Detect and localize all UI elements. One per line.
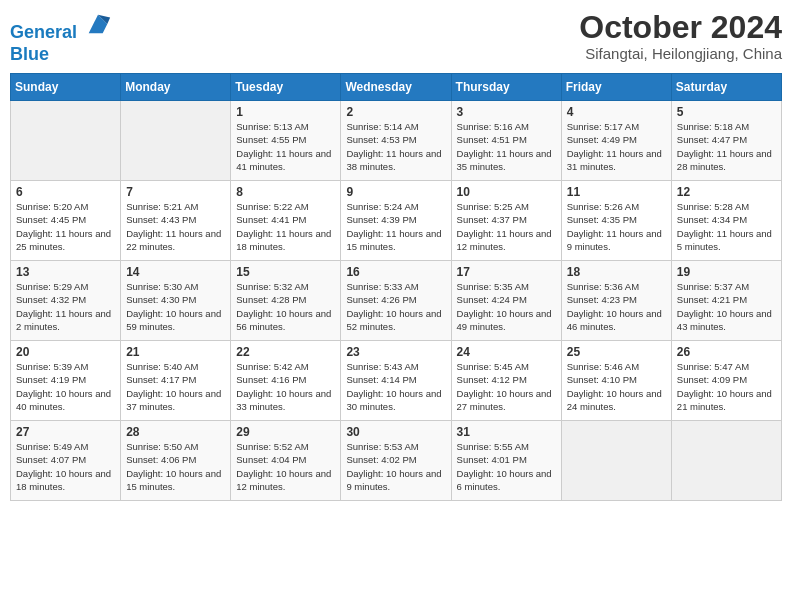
day-info: Sunrise: 5:35 AMSunset: 4:24 PMDaylight:… (457, 280, 556, 333)
day-number: 9 (346, 185, 445, 199)
title-area: October 2024 Sifangtai, Heilongjiang, Ch… (579, 10, 782, 62)
day-number: 27 (16, 425, 115, 439)
day-number: 2 (346, 105, 445, 119)
day-number: 6 (16, 185, 115, 199)
day-info: Sunrise: 5:36 AMSunset: 4:23 PMDaylight:… (567, 280, 666, 333)
table-row (11, 101, 121, 181)
day-number: 13 (16, 265, 115, 279)
table-row: 4Sunrise: 5:17 AMSunset: 4:49 PMDaylight… (561, 101, 671, 181)
table-row: 15Sunrise: 5:32 AMSunset: 4:28 PMDayligh… (231, 261, 341, 341)
table-row: 5Sunrise: 5:18 AMSunset: 4:47 PMDaylight… (671, 101, 781, 181)
table-row: 27Sunrise: 5:49 AMSunset: 4:07 PMDayligh… (11, 421, 121, 501)
table-row: 28Sunrise: 5:50 AMSunset: 4:06 PMDayligh… (121, 421, 231, 501)
day-number: 10 (457, 185, 556, 199)
day-info: Sunrise: 5:43 AMSunset: 4:14 PMDaylight:… (346, 360, 445, 413)
day-info: Sunrise: 5:14 AMSunset: 4:53 PMDaylight:… (346, 120, 445, 173)
table-row: 2Sunrise: 5:14 AMSunset: 4:53 PMDaylight… (341, 101, 451, 181)
day-info: Sunrise: 5:40 AMSunset: 4:17 PMDaylight:… (126, 360, 225, 413)
day-info: Sunrise: 5:49 AMSunset: 4:07 PMDaylight:… (16, 440, 115, 493)
table-row: 7Sunrise: 5:21 AMSunset: 4:43 PMDaylight… (121, 181, 231, 261)
day-info: Sunrise: 5:25 AMSunset: 4:37 PMDaylight:… (457, 200, 556, 253)
table-row: 13Sunrise: 5:29 AMSunset: 4:32 PMDayligh… (11, 261, 121, 341)
table-row: 10Sunrise: 5:25 AMSunset: 4:37 PMDayligh… (451, 181, 561, 261)
table-row: 23Sunrise: 5:43 AMSunset: 4:14 PMDayligh… (341, 341, 451, 421)
day-info: Sunrise: 5:18 AMSunset: 4:47 PMDaylight:… (677, 120, 776, 173)
day-info: Sunrise: 5:28 AMSunset: 4:34 PMDaylight:… (677, 200, 776, 253)
day-number: 23 (346, 345, 445, 359)
day-number: 3 (457, 105, 556, 119)
header-sunday: Sunday (11, 74, 121, 101)
logo-icon (84, 10, 112, 38)
table-row: 1Sunrise: 5:13 AMSunset: 4:55 PMDaylight… (231, 101, 341, 181)
day-number: 22 (236, 345, 335, 359)
day-info: Sunrise: 5:32 AMSunset: 4:28 PMDaylight:… (236, 280, 335, 333)
day-number: 11 (567, 185, 666, 199)
day-number: 5 (677, 105, 776, 119)
table-row: 19Sunrise: 5:37 AMSunset: 4:21 PMDayligh… (671, 261, 781, 341)
day-info: Sunrise: 5:20 AMSunset: 4:45 PMDaylight:… (16, 200, 115, 253)
day-number: 7 (126, 185, 225, 199)
day-info: Sunrise: 5:30 AMSunset: 4:30 PMDaylight:… (126, 280, 225, 333)
table-row: 26Sunrise: 5:47 AMSunset: 4:09 PMDayligh… (671, 341, 781, 421)
calendar-week-row: 1Sunrise: 5:13 AMSunset: 4:55 PMDaylight… (11, 101, 782, 181)
table-row: 18Sunrise: 5:36 AMSunset: 4:23 PMDayligh… (561, 261, 671, 341)
day-number: 19 (677, 265, 776, 279)
day-info: Sunrise: 5:26 AMSunset: 4:35 PMDaylight:… (567, 200, 666, 253)
day-number: 1 (236, 105, 335, 119)
logo-text: General (10, 10, 112, 44)
calendar-week-row: 6Sunrise: 5:20 AMSunset: 4:45 PMDaylight… (11, 181, 782, 261)
table-row: 31Sunrise: 5:55 AMSunset: 4:01 PMDayligh… (451, 421, 561, 501)
day-number: 17 (457, 265, 556, 279)
day-number: 29 (236, 425, 335, 439)
day-info: Sunrise: 5:50 AMSunset: 4:06 PMDaylight:… (126, 440, 225, 493)
calendar-table: Sunday Monday Tuesday Wednesday Thursday… (10, 73, 782, 501)
day-info: Sunrise: 5:17 AMSunset: 4:49 PMDaylight:… (567, 120, 666, 173)
table-row: 14Sunrise: 5:30 AMSunset: 4:30 PMDayligh… (121, 261, 231, 341)
month-title: October 2024 (579, 10, 782, 45)
header-friday: Friday (561, 74, 671, 101)
table-row: 20Sunrise: 5:39 AMSunset: 4:19 PMDayligh… (11, 341, 121, 421)
day-number: 4 (567, 105, 666, 119)
calendar-week-row: 20Sunrise: 5:39 AMSunset: 4:19 PMDayligh… (11, 341, 782, 421)
day-number: 31 (457, 425, 556, 439)
calendar-week-row: 27Sunrise: 5:49 AMSunset: 4:07 PMDayligh… (11, 421, 782, 501)
table-row: 25Sunrise: 5:46 AMSunset: 4:10 PMDayligh… (561, 341, 671, 421)
page-header: General Blue October 2024 Sifangtai, Hei… (10, 10, 782, 65)
day-info: Sunrise: 5:53 AMSunset: 4:02 PMDaylight:… (346, 440, 445, 493)
day-number: 12 (677, 185, 776, 199)
day-info: Sunrise: 5:39 AMSunset: 4:19 PMDaylight:… (16, 360, 115, 413)
calendar-header-row: Sunday Monday Tuesday Wednesday Thursday… (11, 74, 782, 101)
table-row (671, 421, 781, 501)
header-monday: Monday (121, 74, 231, 101)
table-row: 11Sunrise: 5:26 AMSunset: 4:35 PMDayligh… (561, 181, 671, 261)
table-row: 29Sunrise: 5:52 AMSunset: 4:04 PMDayligh… (231, 421, 341, 501)
day-info: Sunrise: 5:33 AMSunset: 4:26 PMDaylight:… (346, 280, 445, 333)
day-info: Sunrise: 5:45 AMSunset: 4:12 PMDaylight:… (457, 360, 556, 413)
day-info: Sunrise: 5:21 AMSunset: 4:43 PMDaylight:… (126, 200, 225, 253)
day-number: 14 (126, 265, 225, 279)
day-number: 30 (346, 425, 445, 439)
day-number: 20 (16, 345, 115, 359)
day-info: Sunrise: 5:13 AMSunset: 4:55 PMDaylight:… (236, 120, 335, 173)
table-row: 9Sunrise: 5:24 AMSunset: 4:39 PMDaylight… (341, 181, 451, 261)
header-saturday: Saturday (671, 74, 781, 101)
table-row: 17Sunrise: 5:35 AMSunset: 4:24 PMDayligh… (451, 261, 561, 341)
table-row: 16Sunrise: 5:33 AMSunset: 4:26 PMDayligh… (341, 261, 451, 341)
table-row: 24Sunrise: 5:45 AMSunset: 4:12 PMDayligh… (451, 341, 561, 421)
table-row: 22Sunrise: 5:42 AMSunset: 4:16 PMDayligh… (231, 341, 341, 421)
day-number: 15 (236, 265, 335, 279)
table-row: 21Sunrise: 5:40 AMSunset: 4:17 PMDayligh… (121, 341, 231, 421)
table-row (561, 421, 671, 501)
day-number: 8 (236, 185, 335, 199)
day-info: Sunrise: 5:52 AMSunset: 4:04 PMDaylight:… (236, 440, 335, 493)
day-info: Sunrise: 5:46 AMSunset: 4:10 PMDaylight:… (567, 360, 666, 413)
day-info: Sunrise: 5:37 AMSunset: 4:21 PMDaylight:… (677, 280, 776, 333)
day-info: Sunrise: 5:24 AMSunset: 4:39 PMDaylight:… (346, 200, 445, 253)
header-tuesday: Tuesday (231, 74, 341, 101)
header-thursday: Thursday (451, 74, 561, 101)
day-info: Sunrise: 5:29 AMSunset: 4:32 PMDaylight:… (16, 280, 115, 333)
day-number: 26 (677, 345, 776, 359)
day-info: Sunrise: 5:16 AMSunset: 4:51 PMDaylight:… (457, 120, 556, 173)
logo: General Blue (10, 10, 112, 65)
day-info: Sunrise: 5:47 AMSunset: 4:09 PMDaylight:… (677, 360, 776, 413)
